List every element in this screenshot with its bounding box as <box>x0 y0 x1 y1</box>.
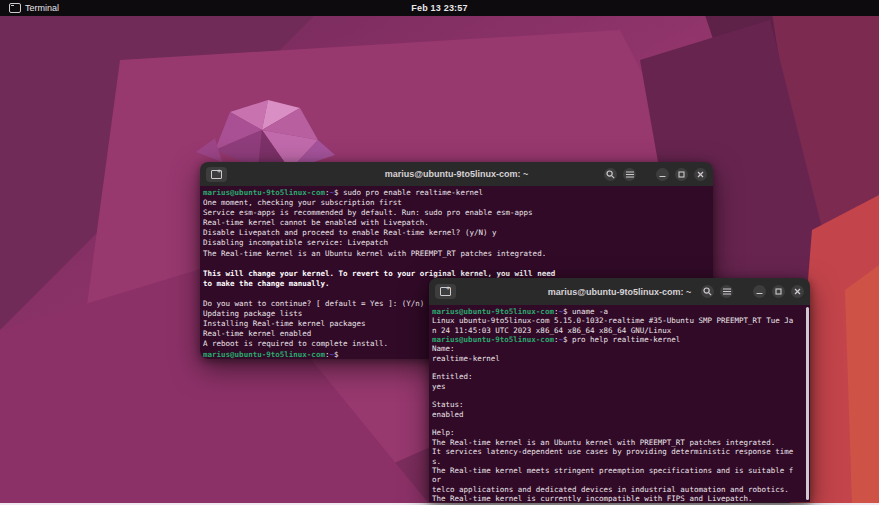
topbar-app-menu[interactable]: Terminal <box>0 0 68 16</box>
maximize-button[interactable] <box>772 285 785 298</box>
terminal-line: It services latency-dependent use cases … <box>432 447 807 456</box>
minimize-icon <box>659 171 666 178</box>
terminal-line: Name: <box>432 344 807 353</box>
terminal-line: realtime-kernel <box>432 354 807 363</box>
terminal-titlebar[interactable]: marius@ubuntu-9to5linux-com: ~ <box>429 278 810 305</box>
window-title: marius@ubuntu-9to5linux-com: ~ <box>548 287 692 297</box>
terminal-line: marius@ubuntu-9to5linux-com:~$ pro help … <box>432 335 807 344</box>
close-button[interactable] <box>791 285 804 298</box>
terminal-icon <box>9 3 21 13</box>
terminal-line <box>203 259 710 269</box>
scrollbar[interactable] <box>806 307 809 500</box>
top-bar: Terminal Feb 13 23:57 <box>0 0 879 16</box>
terminal-line: The Real-time kernel meets stringent pre… <box>432 466 807 475</box>
terminal-line: Service esm-apps is recommended by defau… <box>203 208 710 218</box>
menu-icon <box>723 288 731 295</box>
search-button[interactable] <box>701 285 714 298</box>
minimize-icon <box>756 288 763 295</box>
terminal-line: or <box>432 475 807 484</box>
terminal-line: Disable Livepatch and proceed to enable … <box>203 228 710 238</box>
terminal-line: s. <box>432 457 807 466</box>
terminal-line <box>432 391 807 400</box>
terminal-line: yes <box>432 382 807 391</box>
minimize-button[interactable] <box>656 168 669 181</box>
terminal-line: The Real-time kernel is an Ubuntu kernel… <box>432 438 807 447</box>
terminal-line: Real-time kernel cannot be enabled with … <box>203 218 710 228</box>
topbar-app-name: Terminal <box>25 3 59 13</box>
terminal-line: The Real-time kernel is an Ubuntu kernel… <box>203 249 710 259</box>
topbar-clock[interactable]: Feb 13 23:57 <box>411 3 467 13</box>
close-icon <box>794 288 801 295</box>
terminal-line <box>432 363 807 372</box>
close-icon <box>697 171 704 178</box>
terminal-line: Help: <box>432 428 807 437</box>
terminal-line: Status: <box>432 400 807 409</box>
window-title: marius@ubuntu-9to5linux-com: ~ <box>385 169 529 179</box>
terminal-line: Disabling incompatible service: Livepatc… <box>203 238 710 248</box>
new-tab-icon <box>211 170 222 179</box>
terminal-content[interactable]: marius@ubuntu-9to5linux-com:~$ uname -aL… <box>429 305 810 502</box>
terminal-line: marius@ubuntu-9to5linux-com:~$ sudo pro … <box>203 188 710 198</box>
search-icon <box>703 287 712 296</box>
terminal-line: Entitled: <box>432 372 807 381</box>
desktop: Terminal Feb 13 23:57 marius@ubuntu-9to5… <box>0 0 879 505</box>
search-button[interactable] <box>604 168 617 181</box>
menu-button[interactable] <box>720 285 733 298</box>
menu-button[interactable] <box>623 168 636 181</box>
terminal-titlebar[interactable]: marius@ubuntu-9to5linux-com: ~ <box>200 162 713 186</box>
terminal-line: n 24 11:45:03 UTC 2023 x86_64 x86_64 x86… <box>432 326 807 335</box>
terminal-line <box>432 419 807 428</box>
terminal-line: One moment, checking your subscription f… <box>203 198 710 208</box>
terminal-line: marius@ubuntu-9to5linux-com:~$ uname -a <box>432 307 807 316</box>
new-tab-button[interactable] <box>206 167 227 182</box>
terminal-line: enabled <box>432 410 807 419</box>
terminal-window-2: marius@ubuntu-9to5linux-com: ~ <box>429 278 810 502</box>
search-icon <box>606 170 615 179</box>
maximize-icon <box>775 288 782 295</box>
close-button[interactable] <box>694 168 707 181</box>
maximize-button[interactable] <box>675 168 688 181</box>
menu-icon <box>626 171 634 178</box>
minimize-button[interactable] <box>753 285 766 298</box>
terminal-line: telco applications and dedicated devices… <box>432 485 807 494</box>
new-tab-button[interactable] <box>435 284 456 299</box>
terminal-line: Linux ubuntu-9to5linux-com 5.15.0-1032-r… <box>432 316 807 325</box>
maximize-icon <box>678 171 685 178</box>
new-tab-icon <box>440 287 451 296</box>
terminal-line: The Real-time kernel is currently incomp… <box>432 494 807 502</box>
